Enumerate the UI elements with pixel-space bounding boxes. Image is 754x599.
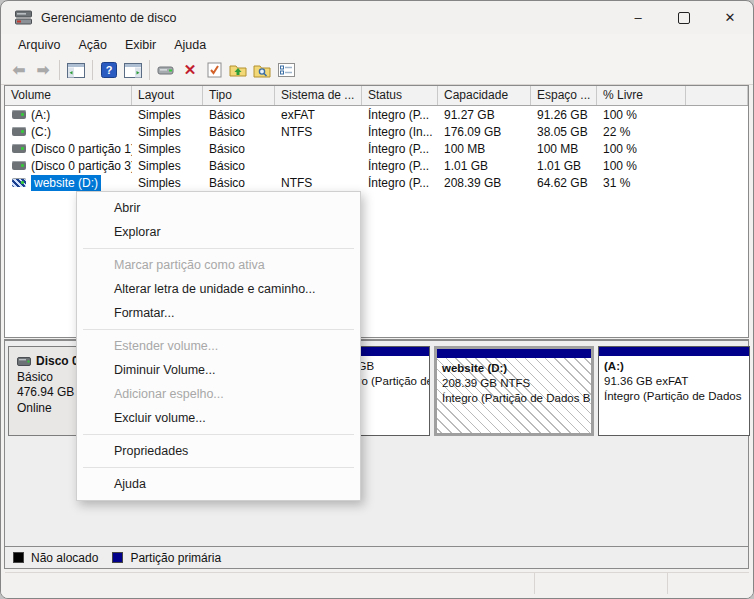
- volume-cell-free: 100 MB: [531, 142, 597, 156]
- menu-bar: Arquivo Ação Exibir Ajuda: [1, 34, 753, 56]
- context-menu-item[interactable]: Formatar...: [77, 301, 360, 325]
- status-pane: [535, 573, 668, 594]
- volume-cell-capacity: 176.09 GB: [438, 125, 531, 139]
- maximize-icon: [678, 12, 690, 24]
- disk-name: Disco 0: [36, 354, 79, 370]
- volume-row[interactable]: (A:)SimplesBásicoexFATÍntegro (P...91.27…: [5, 106, 748, 123]
- volume-cell-pct: 22 %: [597, 125, 686, 139]
- folder-search-icon[interactable]: [250, 58, 274, 82]
- column-header-% Livre[interactable]: % Livre: [597, 86, 686, 105]
- volume-cell-capacity: 100 MB: [438, 142, 531, 156]
- context-menu-item: Estender volume...: [77, 334, 360, 358]
- partition-box[interactable]: website (D:)208.39 GB NTFSÍntegro (Parti…: [434, 346, 594, 436]
- action-pane-icon[interactable]: [121, 58, 145, 82]
- help-icon[interactable]: ?: [97, 58, 121, 82]
- delete-icon[interactable]: ✕: [178, 58, 202, 82]
- volume-cell-free: 38.05 GB: [531, 125, 597, 139]
- volume-name: (A:): [31, 108, 50, 122]
- volume-cell-fs: NTFS: [275, 176, 362, 190]
- close-button[interactable]: ✕: [707, 1, 753, 34]
- volume-cell-status: Íntegro (In...: [362, 125, 438, 139]
- menu-ajuda[interactable]: Ajuda: [165, 35, 215, 55]
- volume-name: (C:): [31, 125, 51, 139]
- checklist-icon[interactable]: [274, 58, 298, 82]
- column-header-Capacidade[interactable]: Capacidade: [438, 86, 531, 105]
- volume-cell-pct: 100 %: [597, 159, 686, 173]
- context-menu-item[interactable]: Explorar: [77, 220, 360, 244]
- folder-up-icon[interactable]: [226, 58, 250, 82]
- volume-row[interactable]: (Disco 0 partição 1)SimplesBásicoÍntegro…: [5, 140, 748, 157]
- volume-cell-status: Íntegro (P...: [362, 108, 438, 122]
- volume-cell-free: 91.26 GB: [531, 108, 597, 122]
- maximize-button[interactable]: [661, 1, 707, 34]
- column-header-Tipo[interactable]: Tipo: [203, 86, 275, 105]
- volume-cell-capacity: 91.27 GB: [438, 108, 531, 122]
- column-header-Volume[interactable]: Volume: [5, 86, 132, 105]
- context-menu-item[interactable]: Alterar letra de unidade e caminho...: [77, 277, 360, 301]
- context-menu-item: Marcar partição como ativa: [77, 253, 360, 277]
- check-document-icon[interactable]: [202, 58, 226, 82]
- volume-cell-pct: 100 %: [597, 142, 686, 156]
- volume-cell-fs: exFAT: [275, 108, 362, 122]
- volume-cell-type: Básico: [203, 125, 275, 139]
- volume-row[interactable]: (Disco 0 partição 3)SimplesBásicoÍntegro…: [5, 157, 748, 174]
- volume-rows: (A:)SimplesBásicoexFATÍntegro (P...91.27…: [5, 106, 748, 191]
- context-menu-item[interactable]: Diminuir Volume...: [77, 358, 360, 382]
- legend-label: Partição primária: [130, 551, 221, 565]
- console-tree-icon[interactable]: [64, 58, 88, 82]
- column-header-blank[interactable]: [686, 86, 748, 105]
- partition-line3: Íntegro (Partição de Dados: [604, 389, 744, 404]
- volume-disk-icon: [12, 110, 26, 119]
- primary-partition-bar: [437, 349, 591, 358]
- legend-item: Não alocado: [13, 551, 98, 565]
- device-icon[interactable]: [154, 58, 178, 82]
- volume-name: website (D:): [31, 175, 101, 191]
- volume-cell-layout: Simples: [132, 125, 203, 139]
- column-header-Espaço ...[interactable]: Espaço ...: [531, 86, 597, 105]
- volume-list-header: VolumeLayoutTipoSistema de ...StatusCapa…: [5, 86, 748, 106]
- partition-line1: (A:): [604, 359, 744, 374]
- status-bar: [1, 569, 753, 599]
- menu-arquivo[interactable]: Arquivo: [9, 35, 69, 55]
- column-header-Layout[interactable]: Layout: [132, 86, 203, 105]
- volume-name: (Disco 0 partição 3): [31, 159, 132, 173]
- partition-box[interactable]: (A:)91.36 GB exFATÍntegro (Partição de D…: [598, 346, 750, 436]
- volume-name: (Disco 0 partição 1): [31, 142, 132, 156]
- volume-cell-free: 1.01 GB: [531, 159, 597, 173]
- volume-cell-layout: Simples: [132, 159, 203, 173]
- context-menu-item[interactable]: Ajuda: [77, 472, 360, 496]
- volume-context-menu: AbrirExplorarMarcar partição como ativaA…: [76, 191, 361, 501]
- column-header-Status[interactable]: Status: [362, 86, 438, 105]
- primary-partition-bar: [599, 347, 749, 356]
- volume-cell-pct: 31 %: [597, 176, 686, 190]
- volume-cell-status: Íntegro (P...: [362, 142, 438, 156]
- context-menu-item[interactable]: Excluir volume...: [77, 406, 360, 430]
- status-pane: [668, 573, 749, 594]
- column-header-Sistema de ...[interactable]: Sistema de ...: [275, 86, 362, 105]
- volume-disk-icon: [12, 144, 26, 153]
- partition-text: (A:)91.36 GB exFATÍntegro (Partição de D…: [599, 356, 749, 436]
- volume-cell-capacity: 208.39 GB: [438, 176, 531, 190]
- partition-text: website (D:)208.39 GB NTFSÍntegro (Parti…: [437, 358, 591, 436]
- forward-icon[interactable]: ➡: [31, 58, 55, 82]
- context-menu-item[interactable]: Abrir: [77, 196, 360, 220]
- volume-disk-icon: [12, 178, 26, 187]
- legend: Não alocadoPartição primária: [4, 547, 749, 569]
- minimize-button[interactable]: –: [615, 1, 661, 34]
- menu-acao[interactable]: Ação: [69, 35, 116, 55]
- volume-row[interactable]: (C:)SimplesBásicoNTFSÍntegro (In...176.0…: [5, 123, 748, 140]
- volume-cell-type: Básico: [203, 108, 275, 122]
- volume-cell-type: Básico: [203, 142, 275, 156]
- partition-line1: website (D:): [442, 361, 586, 376]
- menu-exibir[interactable]: Exibir: [116, 35, 165, 55]
- volume-cell-fs: NTFS: [275, 125, 362, 139]
- toolbar: ⬅ ➡ ? ✕: [1, 56, 753, 85]
- context-menu-item[interactable]: Propriedades: [77, 439, 360, 463]
- volume-disk-icon: [12, 161, 26, 170]
- toolbar-separator: [149, 60, 150, 80]
- volume-cell-pct: 100 %: [597, 108, 686, 122]
- legend-label: Não alocado: [31, 551, 98, 565]
- volume-row[interactable]: website (D:)SimplesBásicoNTFSÍntegro (P.…: [5, 174, 748, 191]
- back-icon[interactable]: ⬅: [7, 58, 31, 82]
- status-pane: [5, 573, 535, 594]
